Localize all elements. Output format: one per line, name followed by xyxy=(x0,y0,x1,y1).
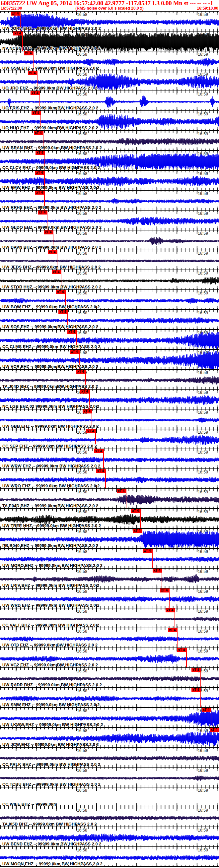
pick-flag[interactable]: xT 4 xyxy=(28,71,37,75)
trace-row[interactable]: 16:5816:59xT 4UW GBB EHZ -- 99999.0km BW… xyxy=(0,409,219,429)
trace-row[interactable]: 16:5816:59xT 4UW FMW EHZ -- 99999.0km BW… xyxy=(0,170,219,190)
trace-row[interactable]: 16:5816:59xT 4TA E04D BHZ -- 99999.0km B… xyxy=(0,488,219,508)
pick-flag[interactable]: xT 4 xyxy=(191,688,201,692)
trace-row[interactable]: 16:5816:59xT 4UW STOR HHZ -- 99999.0km B… xyxy=(0,270,219,289)
trace-row[interactable]: 16:5816:59xT 4UW OT3 EHZ -- 99999.0km BW… xyxy=(0,628,219,648)
trace-row[interactable]: 16:5816:59xT 4UW WRW EHZ -- 99999.0km BW… xyxy=(0,448,219,468)
pick-flag[interactable]: xT 4 xyxy=(52,270,61,274)
pick-flag[interactable]: xT 4 xyxy=(160,589,169,592)
pick-flag[interactable]: xT 4 xyxy=(131,509,141,513)
station-label: UW MOON EHZ -- 99999.0km BW HIGHPASS 2.0… xyxy=(2,862,103,866)
trace-row[interactable]: 16:5816:59xT 4UW WRD EHZ -- 99999.0km BW… xyxy=(0,588,219,608)
station-label: UW JEDS BHZ -- 99999.0km BW HIGHPASS 2.0… xyxy=(2,265,101,270)
pick-flag[interactable]: xT 4 xyxy=(94,449,104,453)
pick-flag[interactable]: xT 4 xyxy=(202,708,211,712)
pick-flag[interactable]: xT 4 xyxy=(35,171,45,175)
trace-row[interactable]: 16:5816:59xT 4UW DAVN BHZ -- 99999.0km B… xyxy=(0,230,219,250)
trace-row[interactable]: 16:5816:59CC TCBU BHZ -- 99999.0km BW HI… xyxy=(0,767,219,787)
trace-row[interactable]: 16:5816:59xT 4UW SOS EHZ -- 99999.0km BW… xyxy=(0,309,219,329)
time-label: 16:59 xyxy=(198,788,208,793)
pick-flag[interactable]: xT 4 xyxy=(83,409,92,413)
trace-row[interactable]: 16:5816:59xT 4UW GLDO EHZ -- 99999.0km B… xyxy=(0,210,219,230)
pick-flag[interactable]: xT 4 xyxy=(38,211,48,215)
trace-row[interactable]: 16:5816:59xT 4UW GSM EHZ -- 99999.0km BW… xyxy=(0,51,219,71)
window-end-time: 16:59:10.00 xyxy=(197,6,218,10)
pick-flag[interactable]: xT 4 xyxy=(168,628,177,632)
trace-row[interactable]: 16:5816:59xT 4UW TREE HHZ -- 99999.0km B… xyxy=(0,508,219,528)
pick-flag[interactable]: xT 4 xyxy=(80,390,90,394)
trace-row[interactable]: 16:5816:59xT 4UW JEDS BHZ -- 99999.0km B… xyxy=(0,250,219,270)
station-label: UW BOW EHZ -- 99999.0km BW HIGHPASS 2.0 … xyxy=(2,305,100,309)
pick-flag[interactable]: xT 4 xyxy=(24,52,33,55)
rms-scaling-note: (RMS noise over 6.0 s scaled 20.0 x) xyxy=(0,6,219,10)
pick-flag[interactable]: xT 4 xyxy=(34,131,44,135)
pick-flag[interactable]: xT 4 xyxy=(56,290,66,294)
pick-flag[interactable]: xT 4 xyxy=(44,230,53,235)
pick-flag[interactable]: xT 4 xyxy=(133,529,142,533)
trace-row[interactable]: 16:5816:59xT 4UW JCW EHZ -- 99999.0km BW… xyxy=(0,727,219,747)
pick-time-line xyxy=(211,712,211,727)
pick-flag[interactable]: xT 4 xyxy=(96,469,106,473)
pick-flag[interactable]: xT 4 xyxy=(70,350,80,354)
trace-row[interactable]: 16:5816:59UW MOON EHZ -- 99999.0km BW HI… xyxy=(0,846,219,866)
trace-row[interactable]: 16:5816:59TA I05D BHZ -- 99999.0km BW HI… xyxy=(0,807,219,827)
pick-flag[interactable]: xT 4 xyxy=(191,668,201,672)
trace-row[interactable]: 16:5816:59xT 4TA J04D BHZ -- 99999.0km B… xyxy=(0,369,219,389)
station-label: UW GLDO EHZ -- 99999.0km BW HIGHPASS 2.0… xyxy=(2,225,102,230)
trace-row[interactable]: 16:5816:59xT 4UW JORV EHZ -- 99999.0km B… xyxy=(0,11,219,31)
trace-row[interactable]: 16:5816:59xT 4UW SMW EHZ -- 99999.0km BW… xyxy=(0,687,219,707)
trace-row[interactable]: 16:5816:59xT 4UO FRIS EHZ -- 99999.0km B… xyxy=(0,91,219,111)
trace-row[interactable]: 16:5816:59xT 4UW BOW EHZ -- 99999.0km BW… xyxy=(0,289,219,309)
trace-row[interactable]: 16:5816:59xT 4UW RADR BHZ -- 99999.0km B… xyxy=(0,668,219,687)
pick-flag[interactable]: xT 4 xyxy=(58,310,68,314)
window-time-bar: 16:57:22.00 (RMS noise over 6.0 s scaled… xyxy=(0,6,219,11)
pick-flag[interactable]: xT 4 xyxy=(48,250,57,254)
trace-row[interactable]: 16:5816:59xT 4UW LRIV BHZ -- 99999.0km B… xyxy=(0,568,219,588)
pick-flag[interactable]: xT 4 xyxy=(166,609,175,612)
pick-flag[interactable]: xT 4 xyxy=(31,111,41,115)
pick-flag[interactable]: xT 4 xyxy=(86,429,96,433)
station-label: UW SOS EHZ -- 99999.0km BW HIGHPASS 2.0 … xyxy=(2,324,98,329)
pick-flag[interactable]: xT 4 xyxy=(153,568,162,572)
trace-row[interactable]: 16:5816:59xT 4NV NCBC HHZ -- 99999.0km B… xyxy=(0,31,219,51)
pick-flag[interactable]: xT 4 xyxy=(13,31,23,35)
pick-flag[interactable]: xT 4 xyxy=(30,91,40,95)
trace-row[interactable]: 16:5816:59xT 4UW RRHS EHZ -- 99999.0km B… xyxy=(0,190,219,210)
pick-time-line xyxy=(103,453,104,468)
trace-row[interactable]: 16:5816:59xT 4UO HUO EHZ -- 99999.0km BW… xyxy=(0,111,219,130)
pick-flag[interactable]: xT 4 xyxy=(11,11,21,16)
trace-row[interactable]: 16:5816:59xT 4NC LGB EHZ 02 99999.0km BW… xyxy=(0,389,219,409)
seismogram-pick-window: 60835722 UW Aug 05, 2014 16:57:42.00 42.… xyxy=(0,0,219,868)
trace-row[interactable]: 16:5816:59xT 4UW WRO EHZ -- 99999.0km BW… xyxy=(0,468,219,488)
trace-row[interactable]: 16:5816:59xT 4UO JRO EHZ -- 99999.0km BW… xyxy=(0,71,219,91)
trace-row[interactable]: 16:5816:59xT 4UW VG2 EHZ -- 99999.0km BW… xyxy=(0,648,219,668)
pick-flag[interactable]: xT 4 xyxy=(210,728,219,732)
pick-flag[interactable]: xT 4 xyxy=(143,549,153,553)
trace-row[interactable]: 16:5816:59xT 4CC CLMS EHZ -- 99999.0km B… xyxy=(0,329,219,349)
trace-row[interactable]: 16:5816:59xT 4CC CLCV EHZ -- 99999.0km B… xyxy=(0,150,219,170)
trace-row[interactable]: 16:5816:59UW BEND EHZ -- 99999.0km BW HI… xyxy=(0,827,219,846)
time-label: 16:58 xyxy=(77,788,87,793)
station-label: UW SMW EHZ -- 99999.0km BW HIGHPASS 2.0 … xyxy=(2,703,100,707)
station-label: UW JORV EHZ -- 99999.0km BW HIGHPASS 2.0… xyxy=(2,26,101,31)
pick-flag[interactable]: xT 4 xyxy=(76,370,86,374)
trace-row[interactable]: 16:5816:59xT 4CC VALT BHZ -- 99999.0km B… xyxy=(0,608,219,628)
trace-row[interactable]: 16:5816:59xT 4PB B040 EHZ -- 99999.0km B… xyxy=(0,528,219,548)
trace-row[interactable]: 16:5816:59xT 4UW VCR EHZ -- 99999.0km BW… xyxy=(0,349,219,369)
trace-row[interactable]: 16:5816:59xT 4UW MORO EHZ -- 99999.0km B… xyxy=(0,548,219,568)
trace-row[interactable]: 16:5816:59CC PRLK BHZ -- 99999.0km BW HI… xyxy=(0,747,219,767)
pick-time-line xyxy=(152,552,153,568)
pick-flag[interactable]: xT 4 xyxy=(67,330,77,334)
station-label: UO FRIS EHZ -- 99999.0km BW HIGHPASS 2.0… xyxy=(2,106,99,111)
pick-flag[interactable]: xT 4 xyxy=(117,489,127,493)
pick-flag[interactable]: xT 4 xyxy=(35,191,45,195)
trace-row[interactable]: 16:5816:59xT 4UW LKWW EHZ -- 99999.0km B… xyxy=(0,707,219,727)
station-label: UW GSM EHZ -- 99999.0km BW HIGHPASS 2.0 … xyxy=(2,66,99,71)
station-label: UW TREE HHZ -- 99999.0km BW HIGHPASS 2.0… xyxy=(2,524,101,528)
trace-row[interactable]: 16:5816:59xT 4CC SEP EHZ -- 99999.0km BW… xyxy=(0,429,219,448)
trace-row[interactable]: 16:5816:59CC WIFE BHZ -- 99999.0km xyxy=(0,787,219,807)
station-label: UW BRAN BHZ -- 99999.0km BW HIGHPASS 2.0… xyxy=(2,146,102,150)
trace-row[interactable]: 16:5816:59xT 4UW BRAN BHZ -- 99999.0km B… xyxy=(0,130,219,150)
pick-flag[interactable]: xT 4 xyxy=(177,648,187,652)
pick-flag[interactable]: xT 4 xyxy=(35,151,45,155)
